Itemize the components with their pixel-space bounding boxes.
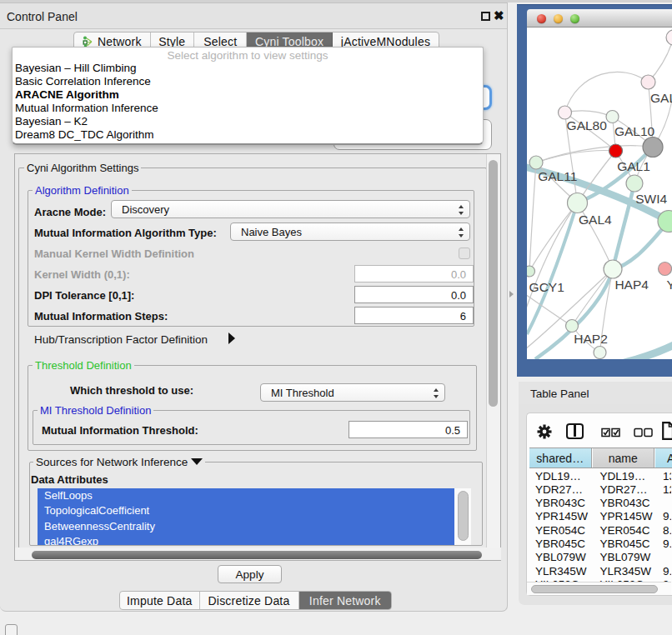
svg-text:GAL80: GAL80 [567,118,608,132]
svg-text:GAL1: GAL1 [617,159,650,173]
svg-text:GAL10: GAL10 [614,124,655,138]
svg-text:GAL7: GAL7 [650,91,672,105]
svg-text:Y: Y [666,278,672,292]
svg-text:GCY1: GCY1 [529,280,564,294]
svg-text:HAP2: HAP2 [574,332,608,346]
svg-text:GAL11: GAL11 [538,169,577,183]
svg-text:GAL4: GAL4 [579,212,612,227]
svg-text:SWI4: SWI4 [635,192,667,206]
svg-text:HAP4: HAP4 [614,278,649,292]
